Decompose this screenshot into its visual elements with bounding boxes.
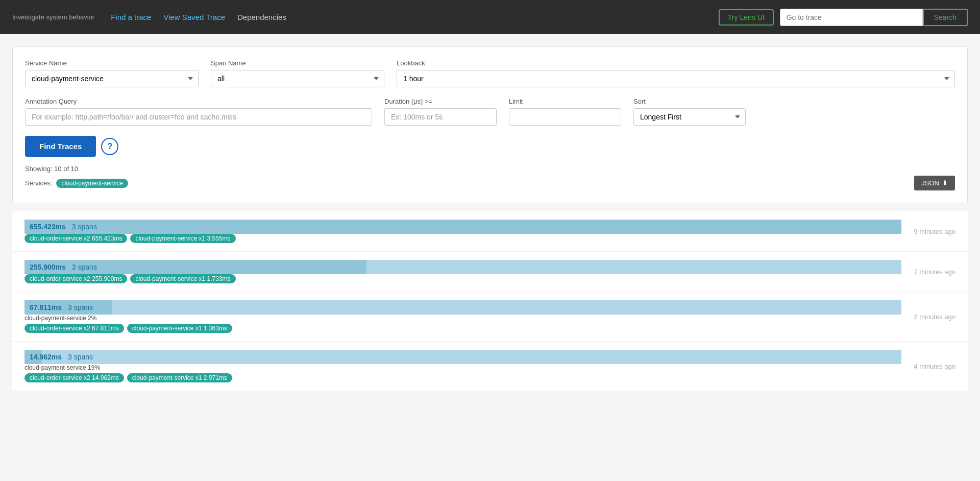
go-to-trace-group: Search [780, 9, 968, 26]
lookback-label: Lookback [397, 59, 955, 67]
trace-spans: 3 spans [68, 353, 93, 361]
find-traces-button[interactable]: Find Traces [25, 136, 96, 157]
app-header: Investigate system behavior Find a trace… [0, 0, 980, 34]
annotation-input[interactable] [25, 108, 372, 126]
trace-duration: 255.900ms [30, 263, 66, 271]
trace-tag: cloud-order-service x2 14.962ms [24, 373, 124, 382]
trace-bar: 255.900ms 3 spans [24, 260, 901, 274]
trace-tag: cloud-payment-service x1 2.971ms [127, 373, 232, 382]
header-tagline: Investigate system behavior [12, 13, 94, 21]
trace-tags: cloud-order-service x2 655.423mscloud-pa… [24, 234, 901, 243]
limit-input[interactable]: 10 [509, 108, 621, 126]
trace-item[interactable]: 14.962ms 3 spans cloud-payment-service 1… [12, 342, 968, 391]
trace-row-main: 255.900ms 3 spans cloud-order-service x2… [24, 260, 955, 283]
span-name-label: Span Name [211, 59, 384, 67]
trace-bar-fill [24, 220, 901, 234]
trace-bar: 14.962ms 3 spans [24, 350, 901, 364]
annotation-label: Annotation Query [25, 98, 372, 105]
trace-bar: 655.423ms 3 spans [24, 220, 901, 234]
service-name-label: Service Name [25, 59, 199, 67]
trace-bar-label: 655.423ms 3 spans [30, 223, 97, 231]
limit-group: Limit 10 [509, 98, 621, 126]
trace-service-pct: cloud-payment-service 19% [24, 364, 901, 371]
trace-left: 655.423ms 3 spans cloud-order-service x2… [24, 220, 901, 243]
trace-row-main: 14.962ms 3 spans cloud-payment-service 1… [24, 350, 955, 382]
sort-select[interactable]: Longest First Most Recent [633, 108, 746, 126]
service-name-group: Service Name cloud-payment-service cloud… [25, 59, 199, 87]
trace-list: 655.423ms 3 spans cloud-order-service x2… [12, 211, 968, 391]
trace-duration: 14.962ms [30, 353, 62, 361]
services-text: Services: [25, 179, 52, 187]
limit-label: Limit [509, 98, 621, 105]
trace-timestamp: 2 minutes ago [914, 313, 955, 321]
trace-item[interactable]: 255.900ms 3 spans cloud-order-service x2… [12, 252, 968, 292]
trace-timestamp: 9 minutes ago [914, 228, 955, 235]
trace-item[interactable]: 67.811ms 3 spans cloud-payment-service 2… [12, 292, 968, 342]
trace-tags: cloud-order-service x2 14.962mscloud-pay… [24, 373, 901, 382]
trace-left: 14.962ms 3 spans cloud-payment-service 1… [24, 350, 901, 382]
trace-row-main: 67.811ms 3 spans cloud-payment-service 2… [24, 300, 955, 333]
trace-bar-label: 255.900ms 3 spans [30, 263, 97, 271]
annotation-group: Annotation Query [25, 98, 372, 126]
lookback-group: Lookback 1 hour 2 hours 3 hours 6 hours … [397, 59, 955, 87]
trace-tag: cloud-payment-service x1 1.363ms [127, 324, 232, 333]
sort-group: Sort Longest First Most Recent [633, 98, 746, 126]
trace-bar-label: 67.811ms 3 spans [30, 303, 93, 311]
trace-tags: cloud-order-service x2 67.811mscloud-pay… [24, 324, 901, 333]
results-summary: Showing: 10 of 10 [25, 165, 955, 173]
form-row-1: Service Name cloud-payment-service cloud… [25, 59, 955, 87]
trace-service-pct: cloud-payment-service 2% [24, 315, 901, 322]
lookback-select[interactable]: 1 hour 2 hours 3 hours 6 hours 12 hours … [397, 70, 955, 87]
service-name-select[interactable]: cloud-payment-service cloud-order-servic… [25, 70, 199, 87]
trace-tag: cloud-payment-service x1 3.555ms [130, 234, 235, 243]
trace-tag: cloud-order-service x2 255.900ms [24, 274, 127, 283]
go-to-trace-input[interactable] [780, 9, 923, 26]
header-nav: Find a trace View Saved Trace Dependenci… [111, 13, 286, 21]
duration-input[interactable] [384, 108, 497, 126]
span-name-select[interactable]: all [211, 70, 384, 87]
search-button[interactable]: Search [923, 9, 968, 26]
service-badge: cloud-payment-service [56, 179, 128, 188]
try-lens-button[interactable]: Try Lens UI [719, 9, 774, 26]
header-right: Try Lens UI Search [719, 9, 968, 26]
find-traces-row: Find Traces ? [25, 136, 955, 157]
json-button[interactable]: JSON ⬇ [914, 176, 955, 190]
duration-group: Duration (μs) >= [384, 98, 497, 126]
nav-find-trace[interactable]: Find a trace [111, 13, 151, 21]
trace-timestamp: 4 minutes ago [914, 363, 955, 370]
sort-label: Sort [633, 98, 746, 105]
download-icon: ⬇ [942, 179, 948, 187]
trace-spans: 3 spans [68, 303, 93, 311]
trace-bar-label: 14.962ms 3 spans [30, 353, 93, 361]
duration-label: Duration (μs) >= [384, 98, 497, 105]
trace-left: 255.900ms 3 spans cloud-order-service x2… [24, 260, 901, 283]
trace-tags: cloud-order-service x2 255.900mscloud-pa… [24, 274, 901, 283]
main-content: Service Name cloud-payment-service cloud… [0, 34, 980, 403]
results-services-row: Services: cloud-payment-service JSON ⬇ [25, 176, 955, 190]
trace-tag: cloud-order-service x2 655.423ms [24, 234, 127, 243]
help-button[interactable]: ? [101, 138, 118, 155]
form-row-2: Annotation Query Duration (μs) >= Limit … [25, 98, 955, 126]
trace-spans: 3 spans [72, 223, 97, 231]
trace-duration: 67.811ms [30, 303, 62, 311]
trace-tag: cloud-order-service x2 67.811ms [24, 324, 124, 333]
trace-duration: 655.423ms [30, 223, 66, 231]
trace-spans: 3 spans [72, 263, 97, 271]
trace-timestamp: 7 minutes ago [914, 268, 955, 276]
nav-view-saved[interactable]: View Saved Trace [163, 13, 225, 21]
trace-row-main: 655.423ms 3 spans cloud-order-service x2… [24, 220, 955, 243]
services-label-row: Services: cloud-payment-service [25, 179, 128, 188]
trace-tag: cloud-payment-service x1 1.733ms [130, 274, 235, 283]
nav-dependencies[interactable]: Dependencies [237, 13, 286, 21]
search-panel: Service Name cloud-payment-service cloud… [12, 46, 968, 203]
span-name-group: Span Name all [211, 59, 384, 87]
trace-item[interactable]: 655.423ms 3 spans cloud-order-service x2… [12, 211, 968, 252]
json-label: JSON [921, 179, 939, 187]
trace-left: 67.811ms 3 spans cloud-payment-service 2… [24, 300, 901, 333]
trace-bar: 67.811ms 3 spans [24, 300, 901, 315]
